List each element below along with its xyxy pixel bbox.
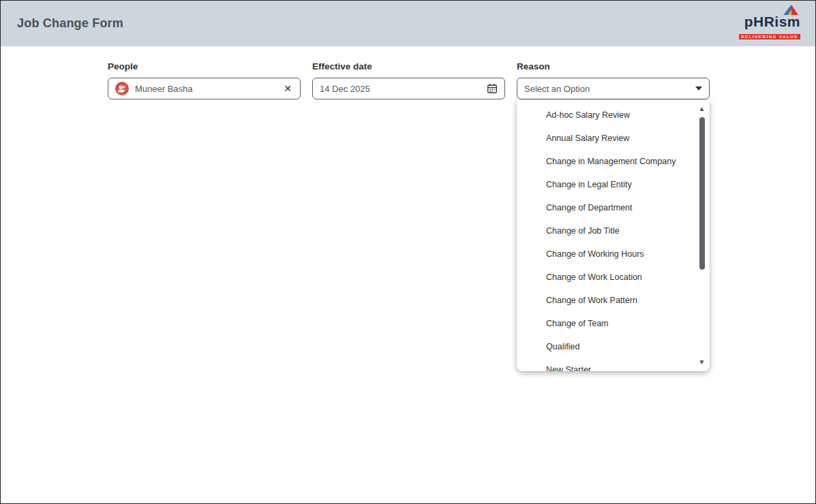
dropdown-option[interactable]: Qualified bbox=[517, 335, 710, 358]
dropdown-option[interactable]: Change of Working Hours bbox=[517, 242, 710, 266]
effective-date-label: Effective date bbox=[312, 61, 505, 72]
person-avatar-icon bbox=[115, 82, 129, 95]
people-input[interactable]: Muneer Basha ✕ bbox=[108, 78, 301, 99]
calendar-icon[interactable] bbox=[487, 83, 498, 94]
prism-triangle-icon bbox=[781, 5, 799, 19]
scroll-down-icon[interactable]: ▼ bbox=[697, 358, 707, 366]
chevron-down-icon bbox=[695, 86, 702, 91]
dropdown-option[interactable]: Change in Management Company bbox=[517, 150, 710, 173]
people-label: People bbox=[108, 61, 301, 72]
clear-icon[interactable]: ✕ bbox=[282, 82, 293, 95]
logo-tagline: DELIVERING VALUE bbox=[739, 34, 800, 40]
reason-field: Reason Select an Option Ad-hoc Salary Re… bbox=[517, 61, 710, 99]
people-value: Muneer Basha bbox=[135, 84, 282, 94]
header: Job Change Form pHRism DELIVERING VALUE bbox=[1, 1, 815, 46]
reason-options-list: Ad-hoc Salary ReviewAnnual Salary Review… bbox=[517, 100, 710, 371]
dropdown-option[interactable]: Annual Salary Review bbox=[517, 127, 710, 150]
dropdown-scrollbar[interactable]: ▲ ▼ bbox=[697, 104, 707, 368]
reason-dropdown: Ad-hoc Salary ReviewAnnual Salary Review… bbox=[517, 100, 710, 371]
dropdown-option[interactable]: New Starter bbox=[517, 358, 710, 371]
effective-date-value: 14 Dec 2025 bbox=[320, 84, 487, 94]
dropdown-option[interactable]: Change of Department bbox=[517, 196, 710, 219]
effective-date-field: Effective date 14 Dec 2025 bbox=[312, 61, 505, 99]
phrism-logo: pHRism DELIVERING VALUE bbox=[739, 6, 800, 41]
scroll-up-icon[interactable]: ▲ bbox=[697, 105, 707, 113]
dropdown-option[interactable]: Change of Team bbox=[517, 312, 710, 335]
effective-date-input[interactable]: 14 Dec 2025 bbox=[312, 78, 505, 99]
form-row: People Muneer Basha ✕ Effective date bbox=[108, 61, 815, 99]
dropdown-option[interactable]: Change of Work Location bbox=[517, 266, 710, 289]
dropdown-option[interactable]: Change in Legal Entity bbox=[517, 173, 710, 196]
scrollbar-thumb[interactable] bbox=[699, 117, 705, 270]
reason-label: Reason bbox=[517, 61, 710, 72]
page-title: Job Change Form bbox=[17, 16, 123, 31]
dropdown-option[interactable]: Ad-hoc Salary Review bbox=[517, 104, 710, 127]
people-field: People Muneer Basha ✕ bbox=[108, 61, 301, 99]
reason-select[interactable]: Select an Option bbox=[517, 78, 710, 99]
dropdown-option[interactable]: Change of Job Title bbox=[517, 219, 710, 242]
dropdown-option[interactable]: Change of Work Pattern bbox=[517, 289, 710, 312]
reason-selected-value: Select an Option bbox=[524, 84, 695, 94]
job-change-form-page: Job Change Form pHRism DELIVERING VALUE … bbox=[0, 0, 816, 504]
